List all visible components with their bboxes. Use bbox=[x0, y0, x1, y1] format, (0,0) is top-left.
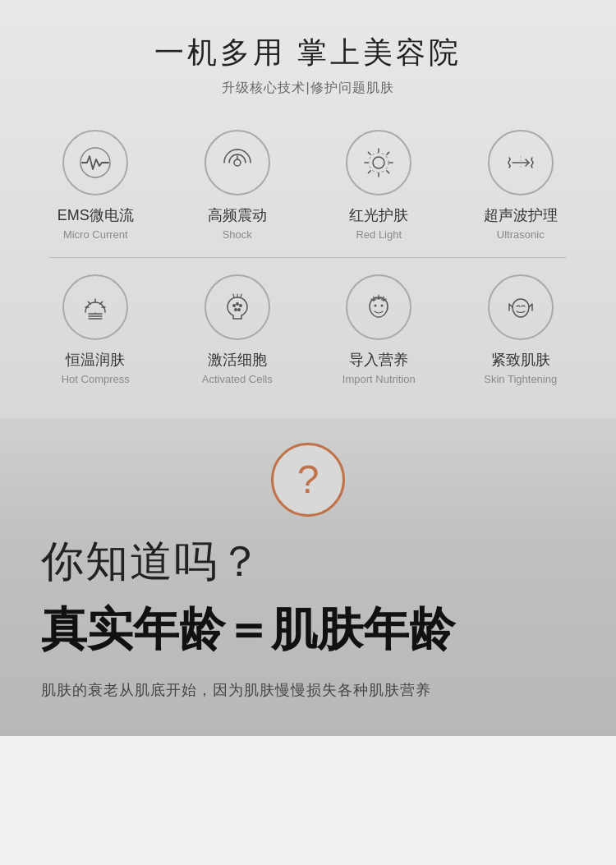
hotcompress-cn: 恒温润肤 bbox=[66, 350, 125, 370]
ems-icon bbox=[77, 145, 113, 181]
cells-en: Activated Cells bbox=[202, 373, 273, 385]
svg-line-11 bbox=[387, 152, 389, 154]
main-title: 一机多用 掌上美容院 bbox=[16, 33, 600, 73]
feature-redlight: 红光护肤 Red Light bbox=[313, 130, 444, 241]
svg-line-23 bbox=[100, 301, 103, 304]
ems-en: Micro Current bbox=[63, 228, 128, 241]
svg-point-30 bbox=[234, 308, 237, 311]
feature-shock: 高频震动 Shock bbox=[172, 130, 303, 241]
top-section: 一机多用 掌上美容院 升级核心技术|修护问题肌肤 EMS微电流 Micro Cu… bbox=[0, 0, 616, 418]
redlight-icon-circle bbox=[346, 130, 411, 196]
svg-line-12 bbox=[369, 171, 371, 173]
nutrition-icon bbox=[361, 289, 397, 325]
nutrition-en: Import Nutrition bbox=[342, 373, 416, 385]
tightening-en: Skin Tightening bbox=[484, 373, 557, 385]
feature-hotcompress: 恒温润肤 Hot Compress bbox=[30, 274, 161, 385]
redlight-cn: 红光护肤 bbox=[349, 205, 408, 225]
question-icon-circle: ? bbox=[271, 443, 345, 517]
svg-line-9 bbox=[369, 152, 371, 154]
svg-point-32 bbox=[375, 305, 377, 307]
feature-ultrasonic: 超声波护理 Ultrasonic bbox=[455, 130, 586, 241]
hotcompress-icon-circle bbox=[62, 274, 128, 340]
svg-point-27 bbox=[232, 304, 236, 307]
svg-line-26 bbox=[241, 294, 241, 297]
shock-icon-circle bbox=[205, 130, 270, 196]
svg-line-22 bbox=[89, 301, 91, 304]
tightening-icon bbox=[503, 289, 539, 325]
redlight-en: Red Light bbox=[356, 228, 402, 241]
svg-point-28 bbox=[236, 302, 239, 306]
question-mark: ? bbox=[297, 460, 319, 499]
shock-en: Shock bbox=[223, 228, 252, 241]
section-divider bbox=[49, 257, 567, 258]
nutrition-icon-circle bbox=[346, 274, 411, 340]
hotcompress-icon bbox=[77, 289, 113, 325]
svg-line-24 bbox=[233, 294, 234, 297]
ems-cn: EMS微电流 bbox=[57, 205, 134, 225]
cells-cn: 激活细胞 bbox=[208, 350, 267, 370]
bottom-section: ? 你知道吗？ 真实年龄＝肌肤年龄 肌肤的衰老从肌底开始，因为肌肤慢慢损失各种肌… bbox=[0, 418, 616, 736]
feature-ems: EMS微电流 Micro Current bbox=[30, 130, 161, 241]
tightening-icon-circle bbox=[488, 274, 554, 340]
tightening-cn: 紧致肌肤 bbox=[491, 350, 550, 370]
feature-tightening: 紧致肌肤 Skin Tightening bbox=[455, 274, 586, 385]
svg-line-10 bbox=[387, 171, 389, 173]
ultrasonic-en: Ultrasonic bbox=[497, 228, 545, 241]
svg-point-33 bbox=[381, 305, 384, 307]
cells-icon-circle bbox=[205, 274, 270, 340]
description-text: 肌肤的衰老从肌底开始，因为肌肤慢慢损失各种肌肤营养 bbox=[16, 678, 600, 703]
svg-point-3 bbox=[373, 157, 384, 168]
features-row2: 恒温润肤 Hot Compress bbox=[16, 274, 600, 385]
svg-point-29 bbox=[239, 304, 242, 307]
redlight-icon bbox=[361, 145, 397, 181]
features-row1: EMS微电流 Micro Current 高频震动 Shock bbox=[16, 130, 600, 241]
sub-title: 升级核心技术|修护问题肌肤 bbox=[16, 80, 600, 97]
ems-icon-circle bbox=[62, 130, 128, 196]
age-equal-heading: 真实年龄＝肌肤年龄 bbox=[16, 599, 600, 661]
hotcompress-en: Hot Compress bbox=[62, 373, 130, 385]
ultrasonic-icon-circle bbox=[488, 130, 554, 196]
feature-cells: 激活细胞 Activated Cells bbox=[172, 274, 303, 385]
svg-point-31 bbox=[237, 308, 241, 311]
shock-icon bbox=[219, 145, 255, 181]
know-question-heading: 你知道吗？ bbox=[16, 533, 600, 591]
shock-cn: 高频震动 bbox=[208, 205, 267, 225]
ultrasonic-cn: 超声波护理 bbox=[484, 205, 558, 225]
ultrasonic-icon bbox=[503, 145, 539, 181]
cells-icon bbox=[219, 289, 255, 325]
nutrition-cn: 导入营养 bbox=[349, 350, 408, 370]
feature-nutrition: 导入营养 Import Nutrition bbox=[313, 274, 444, 385]
svg-point-1 bbox=[234, 159, 241, 166]
svg-point-4 bbox=[369, 153, 388, 173]
